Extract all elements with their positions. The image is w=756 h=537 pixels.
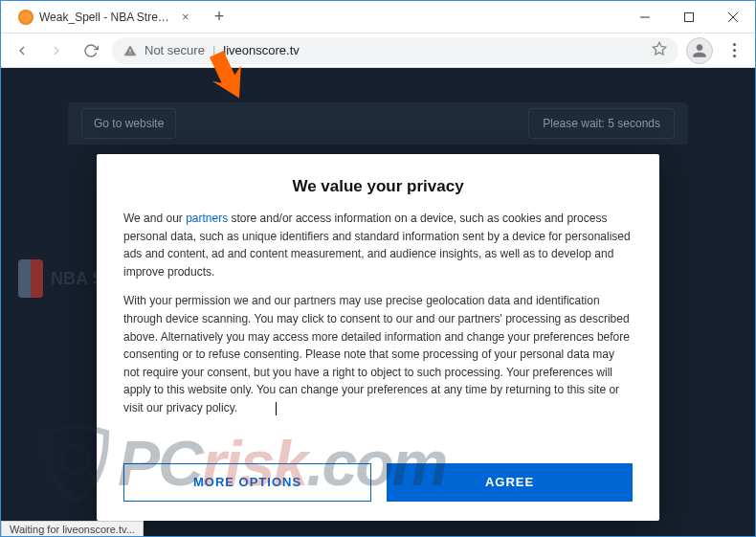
partners-link[interactable]: partners xyxy=(186,212,228,225)
para2-text: With your permission we and our partners… xyxy=(123,294,630,414)
nba-icon xyxy=(18,259,43,298)
reload-button[interactable] xyxy=(78,37,104,64)
modal-title: We value your privacy xyxy=(123,177,633,196)
svg-rect-1 xyxy=(685,12,694,21)
maximize-button[interactable] xyxy=(667,1,711,34)
svg-marker-4 xyxy=(653,42,665,55)
forward-button[interactable] xyxy=(43,37,70,64)
tab-title: Weak_Spell - NBA Streams, NFL S xyxy=(39,11,174,24)
please-wait-label: Please wait: 5 seconds xyxy=(528,108,675,139)
agree-button[interactable]: AGREE xyxy=(387,463,633,502)
browser-titlebar: Weak_Spell - NBA Streams, NFL S × + xyxy=(1,1,755,34)
more-options-button[interactable]: MORE OPTIONS xyxy=(123,463,371,502)
modal-paragraph-1: We and our partners store and/or access … xyxy=(123,210,633,280)
security-label: Not secure xyxy=(145,43,205,57)
back-button[interactable] xyxy=(9,37,35,64)
address-bar: Not secure | liveonscore.tv xyxy=(1,34,755,68)
url-separator: | xyxy=(212,43,215,57)
text-cursor-icon xyxy=(276,402,277,415)
close-tab-icon[interactable]: × xyxy=(180,11,190,24)
svg-point-5 xyxy=(62,446,89,473)
profile-avatar[interactable] xyxy=(686,37,713,64)
browser-tab[interactable]: Weak_Spell - NBA Streams, NFL S × xyxy=(9,3,200,32)
favicon-icon xyxy=(18,10,33,25)
url-box[interactable]: Not secure | liveonscore.tv xyxy=(112,37,678,64)
para1-before: We and our xyxy=(123,212,186,225)
svg-line-6 xyxy=(85,469,97,481)
new-tab-button[interactable]: + xyxy=(206,4,233,31)
privacy-modal: We value your privacy We and our partner… xyxy=(97,154,659,521)
page-viewport: Go to website Please wait: 5 seconds NBA… xyxy=(1,68,755,537)
menu-button[interactable] xyxy=(721,37,747,64)
modal-actions: MORE OPTIONS AGREE xyxy=(123,463,633,502)
minimize-button[interactable] xyxy=(623,1,667,34)
go-to-website-button[interactable]: Go to website xyxy=(81,108,176,139)
url-text: liveonscore.tv xyxy=(223,43,299,57)
status-bar: Waiting for liveonscore.tv... xyxy=(1,521,144,537)
interstitial-bar: Go to website Please wait: 5 seconds xyxy=(68,102,688,145)
modal-paragraph-2: With your permission we and our partners… xyxy=(123,292,633,416)
not-secure-icon xyxy=(123,44,137,57)
close-window-button[interactable] xyxy=(711,1,755,34)
bookmark-star-icon[interactable] xyxy=(652,41,667,59)
window-controls xyxy=(623,1,755,34)
